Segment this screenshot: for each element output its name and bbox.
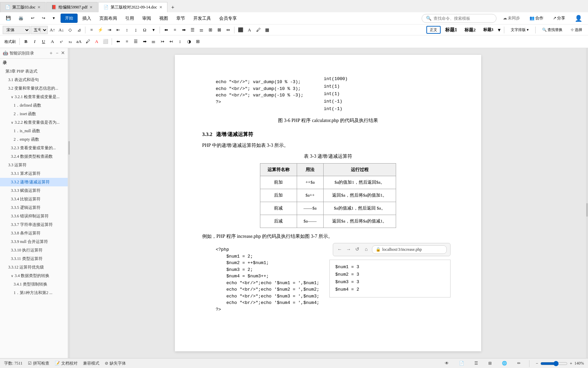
list-unordered-btn[interactable]: ≡ bbox=[87, 26, 96, 34]
save-btn[interactable]: 💾 bbox=[3, 14, 14, 22]
subscript-btn[interactable]: x₂ bbox=[66, 37, 74, 46]
toc-item-27[interactable]: 1．第1种方法和第2 ... bbox=[0, 289, 68, 297]
toc-item-11[interactable]: 3.2.4 数据类型检查函数 bbox=[0, 152, 68, 161]
unsaved-btn[interactable]: ☁ 未同步 bbox=[500, 14, 523, 22]
sidebar-close-btn[interactable]: ✕ bbox=[61, 50, 65, 56]
toc-item-15[interactable]: 3.3.3 赋值运算符 bbox=[0, 186, 68, 195]
font-color2-btn[interactable]: A bbox=[93, 37, 101, 46]
toc-item-20[interactable]: 3.3.8 条件运算符 bbox=[0, 229, 68, 237]
tab-doc1[interactable]: 📄 第三版03.doc ✕ bbox=[0, 2, 46, 12]
menu-chapter[interactable]: 章节 bbox=[173, 14, 189, 23]
menu-dev[interactable]: 开发工具 bbox=[190, 14, 214, 23]
view-grid-btn[interactable]: ⊞ bbox=[485, 359, 495, 367]
shading-btn[interactable]: ▦ bbox=[263, 26, 271, 34]
justify-btn[interactable]: ☰ bbox=[189, 26, 197, 34]
indent2-btn[interactable]: ↣ bbox=[158, 37, 166, 46]
print-btn[interactable]: 🖨️ bbox=[15, 14, 27, 22]
menu-ref[interactable]: 引用 bbox=[122, 14, 137, 23]
toc-item-6[interactable]: 2．isset 函数 bbox=[0, 110, 68, 118]
line-spacing-btn[interactable]: ↕ bbox=[176, 37, 184, 46]
format-style-btn[interactable]: 格式刷 bbox=[3, 37, 17, 46]
zoom-out-btn[interactable]: － bbox=[535, 361, 539, 366]
zoom-slider[interactable] bbox=[540, 361, 568, 366]
sidebar-collapse-btn[interactable]: － bbox=[55, 50, 60, 56]
distributed2-btn[interactable]: ⚌ bbox=[149, 37, 158, 46]
toc-item-9[interactable]: 2．empty 函数 bbox=[0, 135, 68, 144]
fill-color-btn[interactable]: ⬛ bbox=[236, 26, 245, 34]
toc-item-26[interactable]: 3.4.1 类型强制转换 bbox=[0, 280, 68, 289]
view-list-btn[interactable]: ☰ bbox=[471, 359, 481, 367]
toc-item-2[interactable]: 3.1 表达式和语句 bbox=[0, 76, 68, 84]
menu-view[interactable]: 视图 bbox=[156, 14, 172, 23]
format-paint-btn[interactable]: ⊿ bbox=[75, 26, 83, 34]
toc-item-19[interactable]: 3.3.7 字符串连接运算符 bbox=[0, 220, 68, 229]
toc-item-13[interactable]: 3.3.1 算术运算符 bbox=[0, 169, 68, 178]
zoom-in-btn[interactable]: ＋ bbox=[569, 361, 573, 366]
sidebar-expand-btn[interactable]: ＋ bbox=[49, 50, 53, 56]
view-edit-btn[interactable]: ✏ bbox=[514, 359, 524, 367]
undo-arrow[interactable]: ▾ bbox=[50, 14, 58, 22]
user-avatar[interactable]: 👤 bbox=[572, 13, 585, 24]
menu-review[interactable]: 审阅 bbox=[139, 14, 154, 23]
list-ordered-btn[interactable]: ⚡ bbox=[96, 26, 104, 34]
view-doc-btn[interactable]: 📄 bbox=[456, 359, 467, 367]
find-replace-btn[interactable]: 🔍 查找替换 bbox=[539, 26, 566, 34]
font-increase-btn[interactable]: A↑ bbox=[48, 26, 56, 34]
toc-item-17[interactable]: 3.3.5 逻辑运算符 bbox=[0, 203, 68, 212]
font-size-select[interactable]: 五号 bbox=[31, 26, 48, 34]
share-btn[interactable]: ↗ 分享 bbox=[550, 14, 568, 22]
forward-btn[interactable]: → bbox=[345, 247, 352, 253]
strikethrough-btn[interactable]: A bbox=[48, 37, 56, 46]
search-input[interactable] bbox=[434, 16, 488, 21]
toc-item-3[interactable]: 3.2 变量和常量状态信息的... bbox=[0, 84, 68, 93]
back-btn[interactable]: ← bbox=[337, 247, 343, 253]
border2-btn[interactable]: ⊞ bbox=[194, 37, 202, 46]
italic-btn[interactable]: I bbox=[31, 37, 39, 46]
underline-btn[interactable]: U bbox=[39, 37, 48, 46]
char-border-btn[interactable]: ⬜ bbox=[101, 37, 110, 46]
para-spacing-btn[interactable]: ↨ bbox=[132, 26, 140, 34]
text-layout-btn[interactable]: 文字排版 ▾ bbox=[508, 26, 532, 34]
toc-item-5[interactable]: 1．defined 函数 bbox=[0, 101, 68, 110]
undo-btn[interactable]: ↩ bbox=[28, 14, 37, 22]
font-warn-btn[interactable]: ⊘ 缺失字体 bbox=[105, 361, 126, 366]
toc-item-0[interactable]: 录 bbox=[0, 59, 68, 67]
toc-item-4[interactable]: ∨ 3.2.1 检查常量或变量是... bbox=[0, 93, 68, 101]
style-h3[interactable]: 标题3 bbox=[480, 26, 496, 34]
align-right2-btn[interactable]: ➡ bbox=[141, 37, 149, 46]
home-btn[interactable]: ⌂ bbox=[363, 247, 369, 253]
tab-doc1-close[interactable]: ✕ bbox=[37, 5, 40, 10]
menu-vip[interactable]: 会员专享 bbox=[216, 14, 240, 23]
toc-item-1[interactable]: 第3章 PHP 表达式 bbox=[0, 67, 68, 76]
tab-doc2-close[interactable]: ✕ bbox=[159, 5, 162, 10]
spell-check-btn[interactable]: ☑ 拼写检查 bbox=[28, 361, 49, 366]
menu-layout[interactable]: 页面布局 bbox=[96, 14, 120, 23]
distributed-btn[interactable]: ⚌ bbox=[197, 26, 206, 34]
outdent2-btn[interactable]: ↢ bbox=[167, 37, 175, 46]
left-scrollbar-thumb[interactable] bbox=[68, 141, 70, 155]
font-family-select[interactable]: 宋体 bbox=[3, 26, 30, 34]
style-more-btn[interactable]: ▾ bbox=[498, 27, 501, 33]
style-h1[interactable]: 标题1 bbox=[442, 26, 460, 34]
toc-item-25[interactable]: ∨ 3.4 数据类型的转换 bbox=[0, 272, 68, 280]
bold-btn[interactable]: B bbox=[22, 37, 30, 46]
toc-item-7[interactable]: ∨ 3.2.2 检查变量值是否为... bbox=[0, 118, 68, 127]
sort-btn[interactable]: ↕ bbox=[123, 26, 131, 34]
align-left2-btn[interactable]: ⬅ bbox=[114, 37, 122, 46]
clear-format-btn[interactable]: ◇ bbox=[66, 26, 74, 34]
right-scrollbar-thumb[interactable] bbox=[586, 203, 588, 217]
search-box[interactable]: 🔍 bbox=[422, 14, 496, 23]
select-btn[interactable]: ⊹ 选择 bbox=[568, 26, 585, 34]
toc-item-8[interactable]: 1．is_null 函数 bbox=[0, 127, 68, 135]
toc-item-22[interactable]: 3.3.10 执行运算符 bbox=[0, 246, 68, 255]
merge-btn[interactable]: ⊠ bbox=[215, 26, 223, 34]
toc-item-18[interactable]: 3.3.6 错误抑制运算符 bbox=[0, 212, 68, 220]
toc-item-12[interactable]: 3.3 运算符 bbox=[0, 161, 68, 169]
url-bar[interactable]: 🔒 localhost/3/increase.php bbox=[372, 245, 447, 254]
toc-item-21[interactable]: 3.3.9 null 合并运算符 bbox=[0, 237, 68, 246]
outdent-btn[interactable]: ⇤ bbox=[114, 26, 122, 34]
more-btn[interactable]: ▾ bbox=[149, 26, 158, 34]
style-normal[interactable]: 正文 bbox=[426, 26, 441, 34]
menu-insert[interactable]: 插入 bbox=[79, 14, 95, 23]
tab-doc2[interactable]: 📄 第三版校对2022-09-14.doc ✕ bbox=[98, 2, 167, 12]
